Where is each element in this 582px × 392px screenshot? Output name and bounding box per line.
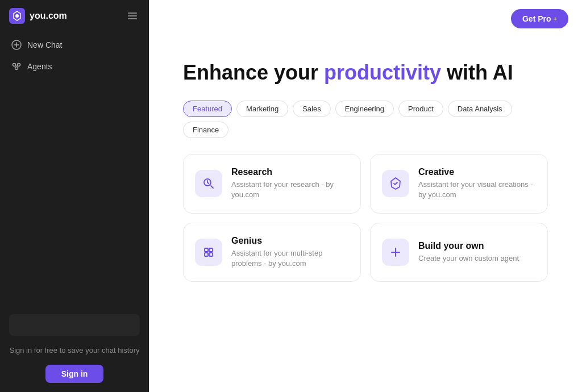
agent-desc-build-your-own: Create your own custom agent	[418, 253, 536, 264]
agent-icon-genius	[195, 239, 222, 266]
agent-icon-creative	[382, 170, 409, 197]
sidebar-bottom: Sign in for free to save your chat histo…	[0, 305, 149, 393]
svg-point-10	[15, 67, 18, 70]
agent-name-creative: Creative	[418, 167, 536, 177]
agent-card-genius[interactable]: Genius Assistant for your multi-step pro…	[183, 223, 361, 282]
filter-tab-featured[interactable]: Featured	[183, 101, 232, 117]
agent-info-creative: Creative Assistant for your visual creat…	[418, 167, 536, 200]
sidebar-nav: New Chat Agents	[0, 32, 149, 80]
filter-tab-data-analysis[interactable]: Data Analysis	[448, 101, 512, 117]
filter-tab-sales[interactable]: Sales	[293, 101, 331, 117]
svg-rect-3	[128, 15, 137, 16]
filter-tab-product[interactable]: Product	[398, 101, 443, 117]
agent-info-research: Research Assistant for your research - b…	[231, 167, 349, 200]
agent-desc-research: Assistant for your research - by you.com	[231, 180, 349, 200]
get-pro-button[interactable]: Get Pro+	[511, 9, 568, 28]
filter-tab-engineering[interactable]: Engineering	[335, 101, 394, 117]
sidebar-item-new-chat[interactable]: New Chat	[5, 34, 144, 56]
search-placeholder	[9, 314, 140, 336]
title-highlight: productivity	[324, 61, 441, 84]
agent-desc-creative: Assistant for your visual creations - by…	[418, 180, 536, 200]
svg-rect-18	[209, 253, 213, 256]
logo-text: you.com	[30, 11, 67, 21]
svg-point-9	[18, 64, 20, 66]
svg-rect-15	[205, 248, 208, 252]
agent-info-genius: Genius Assistant for your multi-step pro…	[231, 236, 349, 269]
svg-rect-17	[205, 253, 208, 256]
svg-rect-16	[209, 248, 213, 252]
signin-prompt: Sign in for free to save your chat histo…	[9, 345, 139, 356]
agent-card-creative[interactable]: Creative Assistant for your visual creat…	[370, 154, 548, 213]
signin-button[interactable]: Sign in	[45, 365, 104, 383]
agent-icon-build-your-own	[382, 239, 409, 266]
sidebar: you.com New Chat	[0, 0, 149, 392]
sidebar-item-agents-label: Agents	[27, 62, 52, 71]
agent-info-build-your-own: Build your own Create your own custom ag…	[418, 241, 536, 264]
logo-area: you.com	[9, 8, 67, 24]
filter-tab-marketing[interactable]: Marketing	[236, 101, 288, 117]
pro-plus-icon: +	[554, 15, 557, 22]
title-prefix: Enhance your	[183, 61, 324, 84]
agent-icon-research	[195, 170, 222, 197]
main-content: Enhance your productivity with AI Featur…	[149, 37, 582, 392]
sidebar-toggle-button[interactable]	[125, 9, 140, 23]
page-title: Enhance your productivity with AI	[183, 60, 548, 85]
sidebar-header: you.com	[0, 0, 149, 32]
plus-circle-icon	[11, 40, 22, 50]
sidebar-item-new-chat-label: New Chat	[27, 40, 62, 49]
agent-name-research: Research	[231, 167, 349, 177]
main-content-area: Get Pro+ Enhance your productivity with …	[149, 0, 582, 392]
svg-rect-2	[128, 12, 137, 14]
agent-name-genius: Genius	[231, 236, 349, 246]
toggle-icon	[127, 11, 138, 21]
svg-point-8	[13, 64, 16, 66]
svg-rect-4	[128, 18, 137, 19]
sidebar-item-agents[interactable]: Agents	[5, 56, 144, 77]
filter-tab-finance[interactable]: Finance	[183, 122, 228, 138]
agent-card-build-your-own[interactable]: Build your own Create your own custom ag…	[370, 223, 548, 282]
agent-card-research[interactable]: Research Assistant for your research - b…	[183, 154, 361, 213]
agents-icon	[11, 61, 22, 72]
logo-icon	[9, 8, 25, 24]
get-pro-label: Get Pro	[522, 14, 551, 23]
main-header: Get Pro+	[149, 0, 582, 37]
agent-desc-genius: Assistant for your multi-step problems -…	[231, 248, 349, 269]
filter-tabs: FeaturedMarketingSalesEngineeringProduct…	[183, 101, 548, 138]
svg-point-1	[15, 14, 19, 18]
agent-name-build-your-own: Build your own	[418, 241, 536, 251]
agents-grid: Research Assistant for your research - b…	[183, 154, 548, 282]
title-suffix: with AI	[441, 61, 513, 84]
